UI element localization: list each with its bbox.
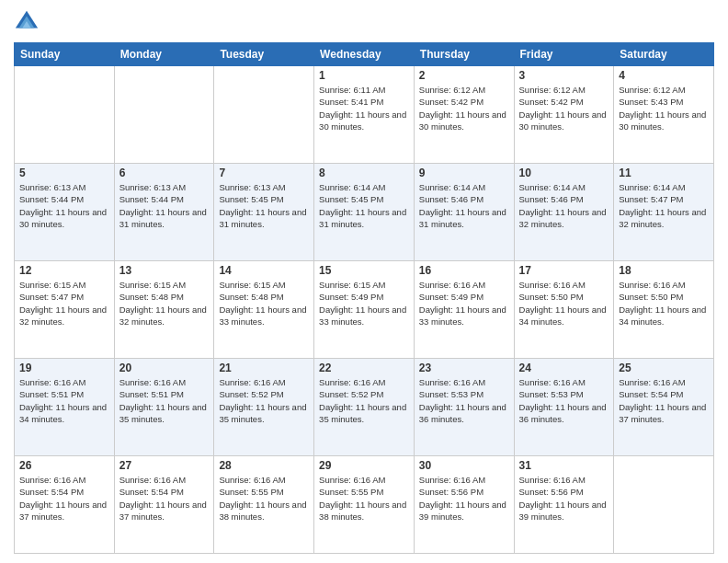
day-header-thursday: Thursday: [414, 43, 514, 66]
calendar-cell: 23Sunrise: 6:16 AM Sunset: 5:53 PM Dayli…: [414, 359, 514, 456]
logo-icon: [14, 9, 40, 35]
day-number: 19: [19, 362, 109, 374]
calendar-cell: 10Sunrise: 6:14 AM Sunset: 5:46 PM Dayli…: [514, 164, 614, 261]
calendar-cell: 11Sunrise: 6:14 AM Sunset: 5:47 PM Dayli…: [614, 164, 714, 261]
day-info: Sunrise: 6:16 AM Sunset: 5:56 PM Dayligh…: [519, 474, 609, 523]
calendar-cell: 7Sunrise: 6:13 AM Sunset: 5:45 PM Daylig…: [214, 164, 314, 261]
calendar-cell: 6Sunrise: 6:13 AM Sunset: 5:44 PM Daylig…: [114, 164, 214, 261]
calendar-cell: 30Sunrise: 6:16 AM Sunset: 5:56 PM Dayli…: [414, 456, 514, 554]
calendar-cell: 14Sunrise: 6:15 AM Sunset: 5:48 PM Dayli…: [214, 261, 314, 359]
day-info: Sunrise: 6:14 AM Sunset: 5:45 PM Dayligh…: [319, 181, 409, 230]
calendar-cell: 26Sunrise: 6:16 AM Sunset: 5:54 PM Dayli…: [15, 456, 115, 554]
header-row: SundayMondayTuesdayWednesdayThursdayFrid…: [15, 43, 714, 66]
header: [14, 9, 714, 35]
day-info: Sunrise: 6:12 AM Sunset: 5:42 PM Dayligh…: [519, 84, 609, 132]
day-info: Sunrise: 6:15 AM Sunset: 5:48 PM Dayligh…: [119, 279, 210, 327]
calendar-cell: [15, 66, 115, 164]
calendar-cell: 13Sunrise: 6:15 AM Sunset: 5:48 PM Dayli…: [114, 261, 214, 359]
day-number: 21: [219, 362, 309, 374]
day-info: Sunrise: 6:16 AM Sunset: 5:55 PM Dayligh…: [219, 474, 309, 523]
day-number: 17: [519, 264, 609, 277]
calendar-cell: 19Sunrise: 6:16 AM Sunset: 5:51 PM Dayli…: [15, 359, 115, 456]
day-number: 1: [319, 69, 409, 82]
calendar-cell: 29Sunrise: 6:16 AM Sunset: 5:55 PM Dayli…: [314, 456, 415, 554]
calendar-cell: 20Sunrise: 6:16 AM Sunset: 5:51 PM Dayli…: [114, 359, 214, 456]
day-info: Sunrise: 6:11 AM Sunset: 5:41 PM Dayligh…: [319, 84, 409, 132]
calendar-cell: 25Sunrise: 6:16 AM Sunset: 5:54 PM Dayli…: [614, 359, 714, 456]
day-info: Sunrise: 6:16 AM Sunset: 5:53 PM Dayligh…: [519, 376, 609, 425]
day-info: Sunrise: 6:16 AM Sunset: 5:54 PM Dayligh…: [619, 376, 709, 425]
day-info: Sunrise: 6:12 AM Sunset: 5:42 PM Dayligh…: [419, 84, 509, 132]
day-info: Sunrise: 6:14 AM Sunset: 5:47 PM Dayligh…: [619, 181, 709, 230]
calendar-cell: 27Sunrise: 6:16 AM Sunset: 5:54 PM Dayli…: [114, 456, 214, 554]
calendar-cell: 15Sunrise: 6:15 AM Sunset: 5:49 PM Dayli…: [314, 261, 415, 359]
day-number: 4: [619, 69, 709, 82]
day-info: Sunrise: 6:15 AM Sunset: 5:49 PM Dayligh…: [319, 279, 409, 327]
day-number: 16: [419, 264, 509, 277]
day-number: 5: [19, 167, 109, 179]
day-info: Sunrise: 6:16 AM Sunset: 5:52 PM Dayligh…: [219, 376, 309, 425]
day-number: 23: [419, 362, 509, 374]
day-header-wednesday: Wednesday: [314, 43, 415, 66]
day-number: 22: [319, 362, 409, 374]
day-number: 6: [119, 167, 210, 179]
day-number: 11: [619, 167, 709, 179]
day-number: 26: [19, 459, 109, 472]
day-header-saturday: Saturday: [614, 43, 714, 66]
calendar-cell: 4Sunrise: 6:12 AM Sunset: 5:43 PM Daylig…: [614, 66, 714, 164]
day-number: 24: [519, 362, 609, 374]
day-number: 18: [619, 264, 709, 277]
calendar-cell: 5Sunrise: 6:13 AM Sunset: 5:44 PM Daylig…: [15, 164, 115, 261]
day-header-monday: Monday: [114, 43, 214, 66]
day-number: 9: [419, 167, 509, 179]
calendar-cell: 8Sunrise: 6:14 AM Sunset: 5:45 PM Daylig…: [314, 164, 415, 261]
day-number: 31: [519, 459, 609, 472]
calendar-cell: 16Sunrise: 6:16 AM Sunset: 5:49 PM Dayli…: [414, 261, 514, 359]
calendar-cell: 17Sunrise: 6:16 AM Sunset: 5:50 PM Dayli…: [514, 261, 614, 359]
day-info: Sunrise: 6:15 AM Sunset: 5:47 PM Dayligh…: [19, 279, 109, 327]
day-info: Sunrise: 6:16 AM Sunset: 5:52 PM Dayligh…: [319, 376, 409, 425]
calendar-cell: [214, 66, 314, 164]
week-row-2: 5Sunrise: 6:13 AM Sunset: 5:44 PM Daylig…: [15, 164, 714, 261]
day-info: Sunrise: 6:16 AM Sunset: 5:50 PM Dayligh…: [519, 279, 609, 327]
calendar-cell: 28Sunrise: 6:16 AM Sunset: 5:55 PM Dayli…: [214, 456, 314, 554]
day-number: 13: [119, 264, 210, 277]
day-info: Sunrise: 6:14 AM Sunset: 5:46 PM Dayligh…: [519, 181, 609, 230]
page: SundayMondayTuesdayWednesdayThursdayFrid…: [0, 0, 728, 563]
day-info: Sunrise: 6:15 AM Sunset: 5:48 PM Dayligh…: [219, 279, 309, 327]
calendar-cell: 31Sunrise: 6:16 AM Sunset: 5:56 PM Dayli…: [514, 456, 614, 554]
day-number: 28: [219, 459, 309, 472]
calendar-cell: 18Sunrise: 6:16 AM Sunset: 5:50 PM Dayli…: [614, 261, 714, 359]
day-number: 3: [519, 69, 609, 82]
day-info: Sunrise: 6:16 AM Sunset: 5:53 PM Dayligh…: [419, 376, 509, 425]
day-number: 12: [19, 264, 109, 277]
day-number: 8: [319, 167, 409, 179]
logo: [14, 9, 43, 35]
day-number: 10: [519, 167, 609, 179]
day-number: 7: [219, 167, 309, 179]
calendar-cell: 24Sunrise: 6:16 AM Sunset: 5:53 PM Dayli…: [514, 359, 614, 456]
day-info: Sunrise: 6:16 AM Sunset: 5:54 PM Dayligh…: [119, 474, 210, 523]
day-info: Sunrise: 6:16 AM Sunset: 5:50 PM Dayligh…: [619, 279, 709, 327]
calendar-cell: 12Sunrise: 6:15 AM Sunset: 5:47 PM Dayli…: [15, 261, 115, 359]
calendar-cell: [614, 456, 714, 554]
calendar-cell: 21Sunrise: 6:16 AM Sunset: 5:52 PM Dayli…: [214, 359, 314, 456]
day-info: Sunrise: 6:13 AM Sunset: 5:45 PM Dayligh…: [219, 181, 309, 230]
day-number: 29: [319, 459, 409, 472]
calendar-cell: 3Sunrise: 6:12 AM Sunset: 5:42 PM Daylig…: [514, 66, 614, 164]
day-number: 15: [319, 264, 409, 277]
calendar-cell: 9Sunrise: 6:14 AM Sunset: 5:46 PM Daylig…: [414, 164, 514, 261]
day-number: 30: [419, 459, 509, 472]
day-info: Sunrise: 6:16 AM Sunset: 5:56 PM Dayligh…: [419, 474, 509, 523]
day-info: Sunrise: 6:14 AM Sunset: 5:46 PM Dayligh…: [419, 181, 509, 230]
day-info: Sunrise: 6:16 AM Sunset: 5:51 PM Dayligh…: [119, 376, 210, 425]
day-number: 2: [419, 69, 509, 82]
day-info: Sunrise: 6:13 AM Sunset: 5:44 PM Dayligh…: [119, 181, 210, 230]
week-row-5: 26Sunrise: 6:16 AM Sunset: 5:54 PM Dayli…: [15, 456, 714, 554]
day-info: Sunrise: 6:16 AM Sunset: 5:55 PM Dayligh…: [319, 474, 409, 523]
day-number: 20: [119, 362, 210, 374]
day-info: Sunrise: 6:16 AM Sunset: 5:49 PM Dayligh…: [419, 279, 509, 327]
day-info: Sunrise: 6:13 AM Sunset: 5:44 PM Dayligh…: [19, 181, 109, 230]
day-info: Sunrise: 6:12 AM Sunset: 5:43 PM Dayligh…: [619, 84, 709, 132]
calendar-cell: [114, 66, 214, 164]
